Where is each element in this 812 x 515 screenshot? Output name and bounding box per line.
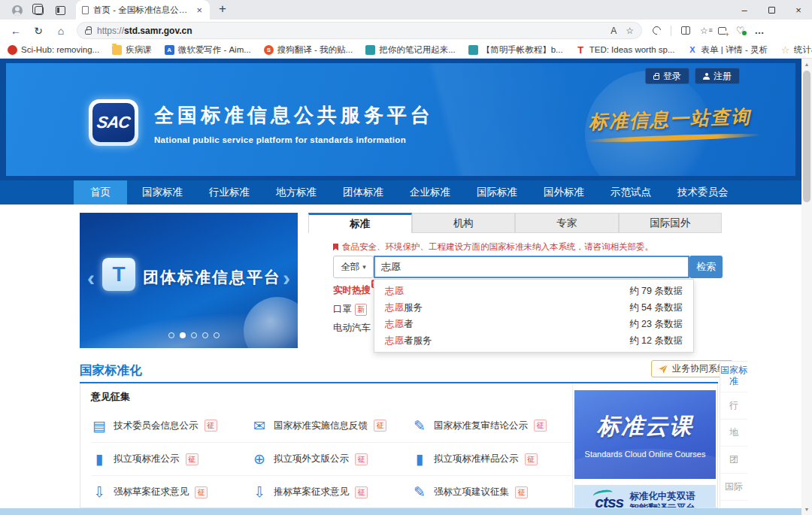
bookmark-aimwriting[interactable]: A微软爱写作 - Aim... <box>165 44 251 56</box>
reload-icon[interactable]: ↻ <box>29 25 48 37</box>
page-favicon <box>82 6 89 14</box>
bookmark-scihub[interactable]: Sci-Hub: removing... <box>8 45 99 55</box>
carousel-dot[interactable] <box>191 332 197 338</box>
hero-carousel[interactable]: ‹ › T 团体标准信息平台 <box>80 213 298 348</box>
tab-organization[interactable]: 机构 <box>412 213 516 233</box>
url-text[interactable]: https://std.samr.gov.cn <box>97 26 605 36</box>
page-content: ‹ › T 团体标准信息平台 标准 机构 专家 国际国外 食品安全、环境保 <box>0 204 801 508</box>
suggestion-item[interactable]: 志愿者服务约 12 条数据 <box>374 332 693 349</box>
download-icon: ⇩ <box>251 483 268 501</box>
lock-icon[interactable] <box>85 29 92 35</box>
carousel-dot[interactable] <box>214 332 220 338</box>
feedback-item-proposal-collection[interactable]: ✎强标立项建议征集征 <box>411 475 571 508</box>
nav-group-standards[interactable]: 团体标准 <box>332 180 395 204</box>
bookmark-folder-disease[interactable]: 疾病课 <box>112 44 152 56</box>
feedback-item-recommended-draft[interactable]: ⇩推标草案征求意见征 <box>251 475 411 508</box>
bookmark-stats[interactable]: ☆统计&分析 <box>780 44 812 56</box>
carousel-dot[interactable] <box>168 332 174 338</box>
favorites-list-icon[interactable]: ☆ <box>700 26 708 36</box>
carousel-next-icon[interactable]: › <box>283 267 290 289</box>
scroll-up-icon[interactable]: ▲ <box>801 62 812 67</box>
back-icon[interactable]: ← <box>6 25 26 37</box>
browser-tab[interactable]: 首页 - 全国标准信息公共服务平台 × <box>76 0 210 20</box>
side-tab-industry[interactable]: 行 <box>720 392 747 419</box>
ctss-translation-banner[interactable]: ctss 标准化中英双语智能翻译云平台 <box>574 485 716 508</box>
collections-icon[interactable] <box>718 27 726 35</box>
workspaces-icon[interactable] <box>35 6 44 15</box>
window-restore-button[interactable] <box>758 0 785 20</box>
scroll-down-icon[interactable]: ▼ <box>801 507 812 512</box>
address-bar[interactable]: https://std.samr.gov.cn A ☆ <box>77 22 642 39</box>
vertical-tabs-icon[interactable] <box>56 6 65 15</box>
nav-local-standards[interactable]: 地方标准 <box>265 180 328 204</box>
page-scrollbar[interactable]: ▲ ▼ <box>801 59 812 515</box>
suggestion-item[interactable]: 志愿服务约 54 条数据 <box>374 299 693 316</box>
cloud-courses-banner[interactable]: 标准云课 Standards Cloud Online Courses <box>574 390 716 479</box>
browser-toolbar: ← ↻ ⌂ https://std.samr.gov.cn A ☆ ☆ ♡ … <box>0 20 812 41</box>
read-aloud-icon[interactable]: A <box>611 26 617 36</box>
zheng-badge: 征 <box>355 453 368 465</box>
settings-menu-icon[interactable]: … <box>754 25 765 36</box>
window-close-button[interactable]: × <box>785 0 812 20</box>
browser-titlebar: 首页 - 全国标准信息公共服务平台 × + – × <box>0 0 812 20</box>
bookmark-sogou[interactable]: S搜狗翻译 - 我的贴... <box>264 44 353 56</box>
nav-international-standards[interactable]: 国际标准 <box>465 180 529 204</box>
scihub-icon <box>8 45 17 55</box>
home-icon[interactable]: ⌂ <box>51 25 71 37</box>
lingxi-icon: X <box>687 45 697 55</box>
nav-enterprise-standards[interactable]: 企业标准 <box>398 180 462 204</box>
feedback-item-tc-info[interactable]: ▤技术委员会信息公示征 <box>91 409 251 442</box>
group-standard-logo: T <box>102 258 135 291</box>
nav-foreign-standards[interactable]: 国外标准 <box>532 180 595 204</box>
side-tab-group[interactable]: 团 <box>720 446 747 473</box>
feedback-item-review-result[interactable]: ✎国家标准复审结论公示征 <box>411 409 571 442</box>
new-tab-button[interactable]: + <box>210 2 235 20</box>
tab-expert[interactable]: 专家 <box>515 213 619 233</box>
side-tab-local[interactable]: 地 <box>720 419 747 446</box>
category-dropdown[interactable]: 全部▾ <box>333 256 374 278</box>
carousel-prev-icon[interactable]: ‹ <box>87 267 95 289</box>
scrollbar-thumb[interactable] <box>803 71 810 202</box>
favorite-star-icon[interactable]: ☆ <box>626 26 634 36</box>
suggestion-item[interactable]: 志愿者约 23 条数据 <box>374 316 693 332</box>
bookmark-lingxi[interactable]: X表单 | 详情 - 灵析 <box>687 44 768 56</box>
profile-avatar-icon[interactable] <box>12 5 23 16</box>
nav-home[interactable]: 首页 <box>74 180 127 204</box>
tab-close-icon[interactable]: × <box>195 5 204 16</box>
bookmark-ted[interactable]: TTED: Ideas worth sp... <box>576 45 675 55</box>
book-icon: ▮ <box>411 450 428 468</box>
window-minimize-button[interactable]: – <box>731 0 758 20</box>
side-tab-international[interactable]: 国际 <box>720 473 747 500</box>
nav-pilot[interactable]: 示范试点 <box>599 180 662 204</box>
tab-international[interactable]: 国际国外 <box>619 213 723 233</box>
login-button[interactable]: 登录 <box>645 68 689 84</box>
search-input[interactable] <box>374 256 689 278</box>
slogan-text: 标准信息一站查询 <box>588 104 751 135</box>
zheng-badge: 征 <box>195 486 208 498</box>
nav-technical-committee[interactable]: 技术委员会 <box>666 180 740 204</box>
feedback-item-impl-feedback[interactable]: ✉国家标准实施信息反馈征 <box>251 409 411 442</box>
bookmark-journal[interactable]: 【简明手帐教程】b... <box>468 44 563 56</box>
carousel-dot[interactable] <box>202 332 208 338</box>
tab-standard[interactable]: 标准 <box>308 213 412 233</box>
notes-icon <box>365 45 375 55</box>
carousel-dot-active[interactable] <box>180 332 186 338</box>
browser-essentials-icon[interactable]: ♡ <box>736 25 745 36</box>
extensions-icon[interactable] <box>651 25 662 36</box>
zheng-badge: 征 <box>205 420 217 432</box>
split-screen-icon[interactable] <box>681 26 690 35</box>
register-button[interactable]: 注册 <box>695 68 740 84</box>
suggestion-item[interactable]: 志愿约 79 条数据 <box>374 283 693 299</box>
nav-industry-standards[interactable]: 行业标准 <box>198 180 261 204</box>
feedback-item-mandatory-draft[interactable]: ⇩强标草案征求意见征 <box>91 475 251 508</box>
sac-logo[interactable]: SAC <box>89 99 138 146</box>
feedback-item-proposed-standard[interactable]: ▮拟立项标准公示征 <box>91 442 251 475</box>
search-button[interactable]: 检索 <box>689 256 723 278</box>
url-host: std.samr.gov.cn <box>124 26 192 36</box>
new-tag: 新 <box>355 304 367 316</box>
bookmark-notes[interactable]: 把你的笔记用起来... <box>365 44 456 56</box>
nav-national-standards[interactable]: 国家标准 <box>131 180 194 204</box>
side-tab-national[interactable]: 国家标准 <box>720 362 747 392</box>
feedback-item-sample[interactable]: ▮拟立项标准样品公示征 <box>411 442 571 475</box>
feedback-item-foreign-version[interactable]: ⊕拟立项外文版公示征 <box>251 442 411 475</box>
